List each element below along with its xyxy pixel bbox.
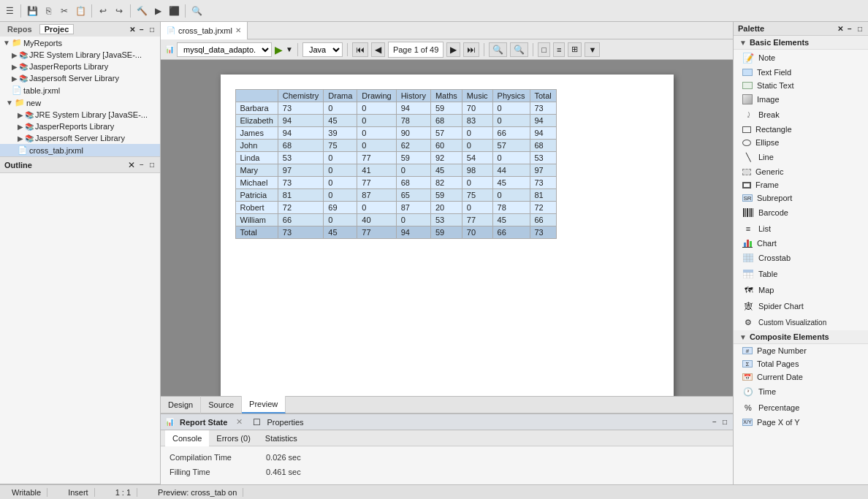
repos-tab-label[interactable]: Repos xyxy=(4,25,35,34)
tree-jasper-lib-2[interactable]: ▶ 📚 JasperReports Library xyxy=(0,121,160,132)
crosstab-cell: 73 xyxy=(278,102,324,115)
palette-item-percentage[interactable]: % Percentage xyxy=(734,400,868,416)
palette-item-text-field[interactable]: Text Field xyxy=(734,66,868,79)
dropdown-arrow-icon[interactable]: ▼ xyxy=(286,45,293,53)
palette-item-barcode[interactable]: Barcode xyxy=(734,205,868,221)
tree-table-jrxml[interactable]: 📄 table.jrxml xyxy=(0,84,160,96)
zoom-in-btn[interactable]: 🔍 xyxy=(489,42,507,57)
view-btn-2[interactable]: ≡ xyxy=(553,42,565,57)
tree-jre-lib-1[interactable]: ▶ 📚 JRE System Library [JavaSE-... xyxy=(0,49,160,61)
menu-icon[interactable]: ☰ xyxy=(3,4,16,18)
palette-item-crosstab[interactable]: Crosstab xyxy=(734,250,868,266)
palette-item-ellipse[interactable]: Ellipse xyxy=(734,136,868,149)
crosstab-header-music: Music xyxy=(462,90,492,102)
report-state-props-label[interactable]: Properties xyxy=(267,418,303,427)
palette-item-page-number[interactable]: # Page Number xyxy=(734,344,868,357)
palette-item-note[interactable]: 📝 Note xyxy=(734,50,868,66)
tab-source[interactable]: Source xyxy=(201,396,242,414)
note-icon: 📝 xyxy=(742,52,754,64)
crosstab-cell: 66 xyxy=(278,214,324,226)
copy-icon[interactable]: ⎘ xyxy=(42,4,55,18)
project-maximize-icon[interactable]: □ xyxy=(148,26,156,34)
palette-item-table[interactable]: Table xyxy=(734,266,868,282)
search-top-icon[interactable]: 🔍 xyxy=(190,4,203,18)
palette-item-list[interactable]: ≡ List xyxy=(734,221,868,237)
outline-tab-label[interactable]: Outline xyxy=(4,161,32,169)
outline-maximize-icon[interactable]: □ xyxy=(148,161,156,169)
tree-my-reports[interactable]: ▼ 📁 MyReports xyxy=(0,37,160,49)
tree-jaspersoft-lib-1[interactable]: ▶ 📚 Jaspersoft Server Library xyxy=(0,72,160,84)
palette-item-generic[interactable]: Generic xyxy=(734,165,868,178)
palette-item-custom[interactable]: ⚙ Custom Visualization xyxy=(734,314,868,330)
palette-item-static-text[interactable]: Static Text xyxy=(734,79,868,92)
run-icon[interactable]: ▶ xyxy=(151,4,164,18)
tab-preview[interactable]: Preview xyxy=(242,396,286,414)
last-page-btn[interactable]: ⏭ xyxy=(463,42,479,57)
palette-item-rectangle[interactable]: Rectangle xyxy=(734,123,868,136)
crosstab-cell: 0 xyxy=(324,214,357,226)
palette-item-time[interactable]: 🕐 Time xyxy=(734,384,868,400)
save-icon[interactable]: 💾 xyxy=(26,4,39,18)
palette-minimize-icon[interactable]: − xyxy=(846,25,853,33)
palette-item-current-date[interactable]: 📅 Current Date xyxy=(734,370,868,384)
crosstab-cell: 73 xyxy=(278,177,324,189)
datasource-select[interactable]: mysql_data_adapto... xyxy=(177,42,272,57)
palette-close-icon[interactable]: ✕ xyxy=(837,25,843,33)
project-tab-label[interactable]: Projec xyxy=(39,24,75,34)
report-state-tab-statistics[interactable]: Statistics xyxy=(258,430,305,446)
center-area: 📄 cross_tab.jrxml ✕ 📊 mysql_data_adapto.… xyxy=(161,22,733,484)
report-state-minimize-icon[interactable]: − xyxy=(711,418,718,426)
palette-item-spider-chart[interactable]: 🕸 Spider Chart xyxy=(734,298,868,314)
props-toggle-icon[interactable]: ☐ xyxy=(253,417,261,427)
run-report-icon[interactable]: ▶ xyxy=(275,44,283,56)
outline-minimize-icon[interactable]: − xyxy=(138,161,145,169)
tree-jre-lib-2[interactable]: ▶ 📚 JRE System Library [JavaSE-... xyxy=(0,109,160,121)
report-state-maximize-icon[interactable]: □ xyxy=(721,418,728,426)
tab-design[interactable]: Design xyxy=(161,396,201,414)
palette-item-break[interactable]: ⤸ Break xyxy=(734,107,868,123)
editor-tab-cross-tab[interactable]: 📄 cross_tab.jrxml ✕ xyxy=(161,22,248,39)
palette-maximize-icon[interactable]: □ xyxy=(856,25,864,33)
view-btn-3[interactable]: ⊞ xyxy=(568,42,582,57)
palette-item-line[interactable]: ╲ Line xyxy=(734,149,868,165)
report-state-tab-errors[interactable]: Errors (0) xyxy=(209,430,257,446)
palette-item-total-pages[interactable]: Σ Total Pages xyxy=(734,357,868,370)
report-state-tab-console[interactable]: Console xyxy=(165,430,209,446)
palette-item-image[interactable]: Image xyxy=(734,92,868,107)
paste-icon[interactable]: 📋 xyxy=(74,4,87,18)
redo-icon[interactable]: ↪ xyxy=(113,4,126,18)
report-canvas[interactable]: Chemistry Drama Drawing History Maths Mu… xyxy=(161,60,733,396)
palette-item-frame[interactable]: Frame xyxy=(734,178,868,191)
cut-icon[interactable]: ✂ xyxy=(58,4,71,18)
tree-jaspersoft-lib-2[interactable]: ▶ 📚 Jaspersoft Server Library xyxy=(0,132,160,144)
prev-page-btn[interactable]: ◀ xyxy=(371,42,385,57)
palette-item-map[interactable]: 🗺 Map xyxy=(734,282,868,298)
crosstab-cell: 57 xyxy=(492,140,530,152)
palette-item-subreport[interactable]: SR Subreport xyxy=(734,191,868,205)
svg-rect-1 xyxy=(745,208,746,217)
tree-new-folder[interactable]: ▼ 📁 new xyxy=(0,96,160,109)
zoom-out-btn[interactable]: 🔍 xyxy=(510,42,528,57)
stop-icon[interactable]: ⬛ xyxy=(167,4,180,18)
outline-close-icon[interactable]: ✕ xyxy=(128,160,135,170)
undo-icon[interactable]: ↩ xyxy=(96,4,110,18)
editor-tab-close-icon[interactable]: ✕ xyxy=(235,26,241,34)
tree-cross-tab-jrxml[interactable]: 📄 cross_tab.jrxml xyxy=(0,144,160,156)
next-page-btn[interactable]: ▶ xyxy=(446,42,460,57)
crosstab-cell: 0 xyxy=(357,115,396,127)
more-options-btn[interactable]: ▼ xyxy=(585,42,600,57)
project-minimize-icon[interactable]: − xyxy=(138,26,145,34)
project-close-icon[interactable]: ✕ xyxy=(129,26,135,34)
tree-jasper-lib-1[interactable]: ▶ 📚 JasperReports Library xyxy=(0,61,160,72)
palette-item-page-xy[interactable]: X/Y Page X of Y xyxy=(734,416,868,429)
language-select[interactable]: Java xyxy=(302,42,343,57)
crosstab-cell: 0 xyxy=(492,102,530,115)
crosstab-cell: 75 xyxy=(324,140,357,152)
top-toolbar: ☰ 💾 ⎘ ✂ 📋 ↩ ↪ 🔨 ▶ ⬛ 🔍 xyxy=(0,0,868,22)
separator-3 xyxy=(130,4,131,18)
first-page-btn[interactable]: ⏮ xyxy=(352,42,368,57)
build-icon[interactable]: 🔨 xyxy=(135,4,148,18)
palette-item-chart[interactable]: Chart xyxy=(734,237,868,250)
view-btn-1[interactable]: □ xyxy=(538,42,550,57)
project-repos-header[interactable]: Repos Projec ✕ − □ xyxy=(0,22,160,37)
